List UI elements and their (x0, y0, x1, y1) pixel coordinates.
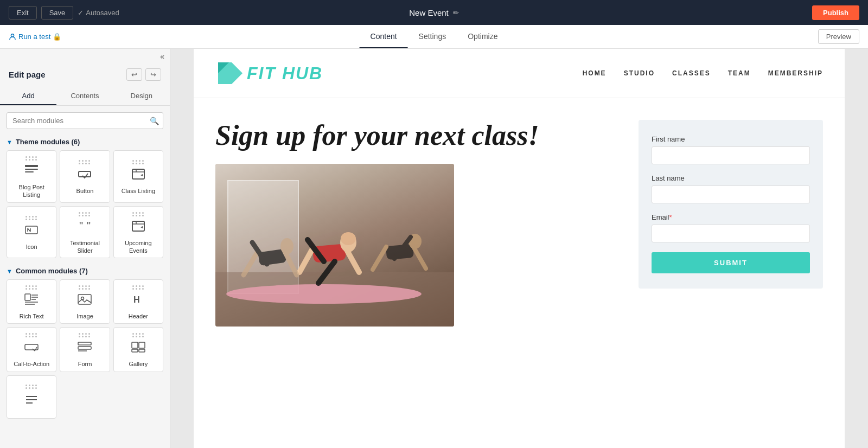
drag-handle (25, 156, 37, 161)
nav-membership[interactable]: MEMBERSHIP (768, 69, 823, 77)
collapse-sidebar-button[interactable]: « (0, 49, 170, 64)
hero-heading: Sign up for your next class! (215, 120, 617, 151)
user-icon (9, 33, 16, 41)
module-blog-post-listing[interactable]: Blog Post Listing (7, 150, 56, 203)
svg-line-41 (299, 248, 313, 272)
svg-rect-11 (132, 221, 144, 231)
sub-bar: Run a test 🔒 Content Settings Optimize P… (0, 25, 868, 49)
module-icon[interactable]: Icon (7, 206, 56, 259)
module-more[interactable] (7, 375, 56, 419)
tab-settings[interactable]: Settings (408, 25, 457, 48)
exit-button[interactable]: Exit (9, 6, 37, 20)
module-upcoming-events[interactable]: Upcoming Events (113, 206, 163, 259)
save-button[interactable]: Save (41, 6, 74, 20)
module-testimonial-slider[interactable]: "" Testimonial Slider (60, 206, 110, 259)
svg-rect-2 (25, 169, 38, 170)
site-logo: FIt huB (215, 60, 323, 87)
redo-button[interactable]: ↪ (145, 68, 161, 81)
module-header[interactable]: H Header (113, 279, 163, 324)
svg-rect-28 (139, 342, 145, 348)
gallery-icon (131, 341, 146, 357)
module-label: Button (76, 187, 94, 195)
sidebar-tab-design[interactable]: Design (113, 87, 170, 105)
edit-title-icon[interactable]: ✏ (453, 9, 459, 17)
hero-image (215, 164, 454, 327)
nav-team[interactable]: TEAM (728, 69, 751, 77)
email-input[interactable] (652, 225, 810, 242)
submit-button[interactable]: SUBMIT (652, 252, 810, 273)
search-icon-button[interactable]: 🔍 (150, 117, 159, 125)
svg-line-47 (244, 252, 258, 275)
first-name-input[interactable] (652, 146, 810, 164)
page-canvas: FIt huB HOME STUDIO CLASSES TEAM MEMBERS… (194, 49, 845, 448)
svg-rect-29 (132, 349, 138, 352)
tab-optimize[interactable]: Optimize (457, 25, 508, 48)
button-icon (77, 168, 92, 184)
sidebar-tab-add[interactable]: Add (0, 87, 56, 105)
drag-handle (25, 385, 37, 389)
svg-text:H: H (133, 295, 140, 304)
svg-text:": " (87, 220, 91, 232)
sub-tabs: Content Settings Optimize (360, 25, 509, 48)
edit-page-header: Edit page ↩ ↪ (0, 64, 170, 87)
autosaved-status: Autosaved (78, 9, 119, 17)
svg-rect-27 (132, 342, 138, 348)
preview-button[interactable]: Preview (818, 29, 859, 44)
last-name-input[interactable] (652, 185, 810, 203)
search-input[interactable] (7, 112, 163, 129)
module-cta[interactable]: Call-to-Action (7, 327, 56, 372)
icon-module-icon (24, 223, 39, 240)
header-icon: H (131, 293, 146, 309)
drag-handle (79, 212, 91, 216)
module-label: Blog Post Listing (10, 183, 53, 199)
svg-line-53 (413, 247, 426, 268)
module-label: Header (129, 312, 148, 320)
nav-studio[interactable]: STUDIO (624, 69, 655, 77)
yoga-svg (215, 164, 454, 327)
module-label: Class Listing (122, 187, 155, 195)
rich-text-icon (24, 293, 39, 309)
module-button[interactable]: Button (60, 150, 110, 203)
svg-rect-3 (25, 171, 34, 172)
nav-home[interactable]: HOME (583, 69, 607, 77)
theme-modules-header[interactable]: ▼ Theme modules (6) (0, 136, 170, 150)
common-modules-grid: Rich Text Image H (0, 279, 170, 425)
common-modules-header[interactable]: ▼ Common modules (7) (0, 265, 170, 279)
module-form[interactable]: Form (60, 327, 110, 372)
drag-handle (25, 216, 37, 220)
nav-classes[interactable]: CLASSES (672, 69, 711, 77)
top-bar-right: Publish (812, 5, 859, 20)
edit-page-title: Edit page (9, 70, 46, 79)
publish-button[interactable]: Publish (812, 5, 859, 20)
module-class-listing[interactable]: Class Listing (113, 150, 163, 203)
svg-line-48 (285, 252, 297, 275)
form-group-lastname: Last name (652, 174, 810, 203)
site-nav: HOME STUDIO CLASSES TEAM MEMBERSHIP (583, 69, 823, 77)
search-modules-section: 🔍 (0, 112, 170, 136)
last-name-label: Last name (652, 174, 810, 182)
testimonial-slider-icon: "" (77, 220, 92, 236)
svg-rect-5 (132, 169, 144, 179)
svg-rect-25 (78, 347, 91, 349)
undo-button[interactable]: ↩ (126, 68, 142, 81)
hero-left: Sign up for your next class! (215, 120, 617, 327)
module-gallery[interactable]: Gallery (113, 327, 163, 372)
upcoming-events-icon (131, 220, 146, 236)
module-image[interactable]: Image (60, 279, 110, 324)
drag-handle (132, 333, 144, 337)
chevron-down-icon: ▼ (7, 268, 12, 274)
module-rich-text[interactable]: Rich Text (7, 279, 56, 324)
first-name-label: First name (652, 135, 810, 143)
required-marker: * (669, 213, 672, 221)
top-bar-left: Exit Save Autosaved (9, 6, 119, 20)
svg-rect-14 (25, 294, 30, 300)
run-test-link[interactable]: Run a test 🔒 (9, 33, 61, 41)
sidebar-tab-contents[interactable]: Contents (56, 87, 113, 105)
module-label: Upcoming Events (117, 239, 159, 255)
sidebar-tabs: Add Contents Design (0, 87, 170, 106)
signup-form: First name Last name Email* (639, 120, 823, 289)
drag-handle (132, 212, 144, 216)
tab-content[interactable]: Content (360, 25, 408, 48)
hero-right: First name Last name Email* (639, 120, 823, 289)
svg-line-42 (346, 248, 359, 272)
